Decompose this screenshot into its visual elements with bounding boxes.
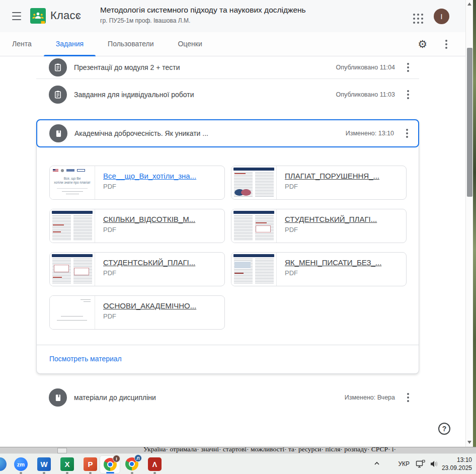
list-item[interactable]: матеріали до дисципліни Изменено: Вчера <box>36 385 419 410</box>
running-indicator <box>66 472 68 474</box>
powerpoint-app-icon[interactable]: P <box>84 457 97 471</box>
tray-time: 13:10 <box>442 456 472 464</box>
classroom-header: Класс › Методологія системного підходу т… <box>0 0 465 32</box>
google-apps-grid-icon[interactable] <box>412 12 425 25</box>
attachment-link[interactable]: ПЛАГІАТ_ПОРУШЕННЯ_... <box>285 172 399 180</box>
attachment-type: PDF <box>103 226 217 233</box>
tray-expand-chevron-icon[interactable] <box>373 460 380 467</box>
attachment-link[interactable]: СКІЛЬКИ_ВІДСОТКІВ_М... <box>103 215 217 223</box>
material-book-icon <box>49 388 67 407</box>
attachment-type: PDF <box>103 269 217 277</box>
chrome-profile-badge: Л <box>134 454 142 462</box>
attachment-card[interactable]: Все, що Вихотіли знати про плагіат Все__… <box>49 166 225 200</box>
item-more-menu-icon[interactable] <box>403 389 413 406</box>
attachment-card[interactable]: СКІЛЬКИ_ВІДСОТКІВ_М... PDF <box>49 209 225 243</box>
attachment-card[interactable]: ОСНОВИ_АКАДЕМІЧНО... PDF <box>49 295 225 330</box>
item-more-menu-icon[interactable] <box>403 59 413 75</box>
word-app-icon[interactable]: W <box>37 457 51 471</box>
breadcrumb-chevron-icon: › <box>76 10 80 21</box>
scrollbar-thumb[interactable] <box>467 48 472 197</box>
item-status: Изменено: Вчера <box>345 394 395 401</box>
attachment-type: PDF <box>285 269 399 277</box>
attachment-link[interactable]: СТУДЕНТСЬКИЙ_ПЛАГІ... <box>285 215 399 223</box>
breadcrumb: Методологія системного підходу та науков… <box>100 6 382 24</box>
item-title: Презентації до модуля 2 + тести <box>74 63 336 71</box>
excel-app-icon[interactable]: X <box>60 457 74 471</box>
pdf-thumbnail <box>231 166 277 199</box>
pdf-thumbnail <box>50 209 95 243</box>
header-more-menu-icon[interactable] <box>441 36 451 52</box>
attachment-card[interactable]: ЯК_МЕНІ_ПИСАТИ_БЕЗ_... PDF <box>231 252 407 286</box>
attachment-link[interactable]: ЯК_МЕНІ_ПИСАТИ_БЕЗ_... <box>285 258 399 267</box>
volume-icon[interactable] <box>430 460 439 468</box>
course-subtitle: гр. ПУ25-1м проф. Івашова Л.М. <box>100 17 382 24</box>
taskbar: zm W X P І Л Λ УКР 13:10 2 <box>0 453 476 474</box>
attachment-link[interactable]: Все__що_Ви_хотіли_зна... <box>103 172 217 180</box>
attachment-link[interactable]: ОСНОВИ_АКАДЕМІЧНО... <box>103 301 217 310</box>
scroll-down-icon[interactable] <box>467 441 471 444</box>
chrome-icon: Л <box>125 457 138 470</box>
grid-empty-cell <box>231 295 407 330</box>
clock[interactable]: 13:10 23.09.2025 <box>442 456 472 472</box>
attachment-card[interactable]: ПЛАГІАТ_ПОРУШЕННЯ_... PDF <box>231 166 407 200</box>
browser-window: Класс › Методологія системного підходу т… <box>0 0 473 447</box>
scroll-up-icon[interactable] <box>467 3 471 6</box>
item-title: Завдання для індивідуальної роботи <box>74 91 336 99</box>
tab-classwork[interactable]: Задания <box>44 32 96 56</box>
pdf-thumbnail <box>50 296 95 329</box>
tab-people[interactable]: Пользователи <box>96 32 166 56</box>
active-app-indicator <box>106 472 114 473</box>
acrobat-app-icon[interactable]: Λ <box>148 457 162 471</box>
background-word-window[interactable]: Україна· отримала· значні· стартові· мож… <box>0 447 476 453</box>
taskbar-partial-app-icon[interactable] <box>0 457 7 471</box>
word-page-indicator <box>57 448 67 453</box>
material-header-row[interactable]: Академічна доброчесність. Як уникати ...… <box>36 119 419 147</box>
material-book-icon <box>49 124 67 142</box>
chrome-second-app-icon[interactable]: Л <box>125 457 139 471</box>
tab-grades[interactable]: Оценки <box>166 32 214 56</box>
item-status: Опубликовано 11:04 <box>336 64 395 71</box>
expanded-material-card: Академічна доброчесність. Як уникати ...… <box>36 119 419 374</box>
word-document-text: Україна· отримала· значні· стартові· мож… <box>68 447 471 453</box>
running-indicator <box>20 472 22 474</box>
vertical-scrollbar[interactable] <box>465 0 473 447</box>
attachment-type: PDF <box>285 183 399 190</box>
assignment-icon <box>49 86 67 104</box>
item-title: матеріали до дисципліни <box>74 393 345 402</box>
course-title: Методологія системного підходу та науков… <box>100 6 382 15</box>
attachment-type: PDF <box>285 226 399 233</box>
attachment-card[interactable]: СТУДЕНТСЬКИЙ_ПЛАГІ... PDF <box>231 209 407 243</box>
card-footer: Посмотреть материал <box>37 345 419 373</box>
help-icon[interactable]: ? <box>438 423 450 435</box>
attachment-type: PDF <box>103 312 217 320</box>
item-more-menu-icon[interactable] <box>403 87 413 103</box>
chrome-icon: І <box>104 458 117 471</box>
list-item[interactable]: Завдання для індивідуальної роботи Опубл… <box>36 79 419 110</box>
attachment-type: PDF <box>103 183 217 190</box>
view-material-link[interactable]: Посмотреть материал <box>49 355 122 363</box>
item-status: Опубликовано 11:03 <box>336 91 395 98</box>
classroom-logo-icon[interactable] <box>30 8 46 24</box>
settings-gear-icon[interactable]: ⚙ <box>418 39 427 50</box>
tab-bar: Лента Задания Пользователи Оценки ⚙ <box>0 32 465 56</box>
classwork-list: Презентації до модуля 2 + тести Опублико… <box>36 56 419 410</box>
item-more-menu-icon[interactable] <box>402 125 412 141</box>
list-item[interactable]: Презентації до модуля 2 + тести Опублико… <box>36 56 419 79</box>
assignment-icon <box>49 58 67 76</box>
language-indicator[interactable]: УКР <box>398 460 410 467</box>
avatar[interactable]: І <box>434 9 449 24</box>
attachment-card[interactable]: СТУДЕНТСЬКИЙ_ПЛАГІ... PDF <box>49 252 225 286</box>
pdf-thumbnail: Все, що Вихотіли знати про плагіат <box>50 166 95 199</box>
pdf-thumbnail <box>231 209 277 243</box>
chrome-active-app-button[interactable]: І <box>100 455 120 473</box>
item-title: Академічна доброчесність. Як уникати ... <box>74 129 346 137</box>
tab-stream[interactable]: Лента <box>0 32 44 56</box>
network-icon[interactable] <box>416 459 426 468</box>
zoom-app-icon[interactable]: zm <box>14 457 28 471</box>
chrome-profile-badge: І <box>113 455 120 462</box>
running-indicator <box>153 472 156 474</box>
running-indicator <box>131 472 133 474</box>
attachment-link[interactable]: СТУДЕНТСЬКИЙ_ПЛАГІ... <box>103 258 217 267</box>
tray-date: 23.09.2025 <box>442 464 472 472</box>
hamburger-menu-icon[interactable] <box>6 11 27 22</box>
